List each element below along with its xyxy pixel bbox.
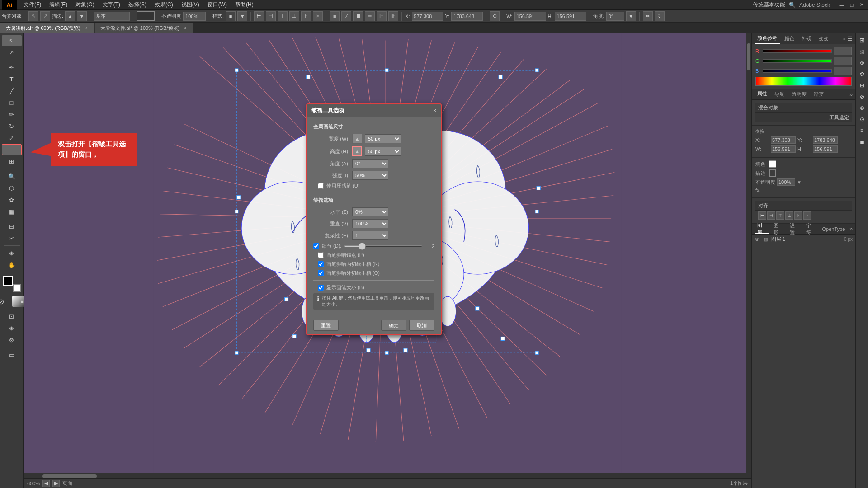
tab-1-close[interactable]: × [83,26,89,31]
distribute-h[interactable]: ≡ [330,11,340,21]
tool-rotate[interactable]: ↻ [2,121,22,131]
style-icon[interactable]: ■ [226,11,236,21]
color-none-btn[interactable]: ⊘ [0,296,11,307]
right-icon-7[interactable]: ⊗ [857,103,867,113]
detail-slider[interactable] [344,245,423,247]
graph-tab[interactable]: 图形 [771,224,785,234]
draw-mode-inside[interactable]: ⊗ [2,334,22,345]
align-horiz-right[interactable]: ⊤ [278,11,288,21]
color-ref-tab[interactable]: 颜色参考 [755,33,780,44]
layer-1-lock-icon[interactable]: ▥ [764,237,768,242]
align-vert-top[interactable]: ⊥ [289,11,299,21]
tool-width[interactable]: ⊞ [2,156,22,167]
align-left-btn[interactable]: ⊢ [758,211,766,220]
opacity-input[interactable] [183,12,206,21]
settings-tab[interactable]: 设置 [787,224,802,234]
tab-1[interactable]: 大暑讲解.ai* @ 600% (RGB/预览) × [0,23,94,33]
angle-input[interactable] [606,12,624,21]
stroke-color-swatch[interactable] [769,169,776,177]
w-pos-input[interactable] [771,145,796,153]
tool-blend[interactable]: ⬡ [2,183,22,193]
color-swatches[interactable] [3,276,21,292]
tool-scale[interactable]: ⤢ [2,132,22,143]
distribute-5[interactable]: ⊩ [377,11,387,21]
inner-handle-checkbox[interactable] [318,261,324,267]
fill-swatch[interactable] [3,276,13,286]
tool-type[interactable]: T [2,74,22,84]
stroke-input[interactable] [94,12,130,21]
draw-mode-normal[interactable]: ⊡ [2,311,22,322]
horizontal-scrollbar-thumb[interactable] [42,474,97,478]
flip-v-btn[interactable]: ⇕ [655,11,665,21]
b-input[interactable] [834,67,852,75]
right-icon-4[interactable]: ✿ [857,69,867,79]
vertical-scrollbar-thumb[interactable] [747,43,750,70]
props-expand-icon[interactable]: » [849,91,853,98]
select-mode-btn[interactable]: ↖ [28,11,38,21]
tool-brush[interactable]: ✏ [2,109,22,120]
tool-slice[interactable]: ✂ [2,233,22,244]
zoom-value[interactable]: 600% [27,481,40,486]
dialog-title-bar[interactable]: 皱褶工具选项 × [307,104,441,117]
angle-more-btn[interactable]: ▼ [626,11,636,21]
stroke-up-btn[interactable]: ▲ [65,11,75,21]
menu-edit[interactable]: 编辑(E) [46,0,71,9]
color-tab[interactable]: 颜色 [782,33,797,44]
style-options-btn[interactable]: ▼ [237,11,247,21]
tab-2-close[interactable]: × [182,26,188,31]
outer-handle-checkbox[interactable] [318,270,324,276]
menu-file[interactable]: 文件(F) [20,0,45,9]
width-select[interactable]: 50 px [365,134,401,143]
layer-1-eye-icon[interactable]: 👁 [755,236,762,243]
tab-2[interactable]: 大暑源文件.ai* @ 100% (RGB/预览) × [94,23,194,33]
opentype-tab[interactable]: OpenType [820,224,848,234]
link-xy-btn[interactable]: ⊕ [490,11,500,21]
layers-tab[interactable]: 图层 [755,224,769,234]
distribute-3[interactable]: ≣ [353,11,363,21]
tool-symbol[interactable]: ✿ [2,194,22,205]
change-screen-mode[interactable]: ▭ [2,349,22,360]
menu-select[interactable]: 选择(S) [125,0,150,9]
vertical-scrollbar[interactable] [746,33,751,478]
maximize-button[interactable]: □ [847,0,856,10]
height-select[interactable]: 50 px [365,147,401,156]
dialog-close-btn[interactable]: × [433,108,436,114]
distribute-v[interactable]: ≢ [341,11,351,21]
draw-mode-behind[interactable]: ⊕ [2,323,22,333]
tool-zoom[interactable]: ⊕ [2,248,22,258]
prev-page-btn[interactable]: ◀ [42,480,50,487]
h-input[interactable] [555,12,586,21]
tool-artboard[interactable]: ⊟ [2,221,22,232]
right-icon-8[interactable]: ⊙ [857,114,867,124]
char-tab[interactable]: 字符 [803,224,818,234]
next-page-btn[interactable]: ▶ [52,480,60,487]
h-pos-input[interactable] [813,145,838,153]
cancel-button[interactable]: 取消 [409,320,434,331]
layer-1-row[interactable]: 👁 ▥ 图层 1 0 px [752,235,855,244]
g-input[interactable] [834,57,852,65]
right-icon-2[interactable]: ▧ [857,47,867,56]
isolate-mode-btn[interactable]: ↗ [40,11,50,21]
right-icon-10[interactable]: ≣ [857,137,867,147]
pressure-checkbox[interactable] [318,183,324,189]
r-slider-track[interactable] [763,49,832,53]
tool-rect[interactable]: □ [2,97,22,108]
x-input[interactable] [412,12,443,21]
stroke-down-btn[interactable]: ▼ [77,11,87,21]
anchor-checkbox[interactable] [318,252,324,258]
menu-object[interactable]: 对象(O) [72,0,98,9]
canvas-area[interactable]: D A # # # U [24,33,751,478]
layers-expand-icon[interactable]: » [849,226,853,232]
gradient-tab[interactable]: 渐变 [811,89,826,99]
g-slider-track[interactable] [763,59,832,63]
right-icon-3[interactable]: ⊕ [857,58,867,68]
align-vcenter-btn[interactable]: ⊦ [794,211,802,220]
search-icon[interactable]: 🔍 [789,2,796,8]
flip-h-btn[interactable]: ⇔ [643,11,653,21]
right-icon-9[interactable]: ≡ [857,126,867,136]
x-pos-input[interactable] [771,136,796,144]
tool-eyedropper[interactable]: 🔍 [2,171,22,182]
distribute-6[interactable]: ⊪ [388,11,398,21]
menu-help[interactable]: 帮助(H) [231,0,257,9]
tool-column-graph[interactable]: ▦ [2,206,22,217]
